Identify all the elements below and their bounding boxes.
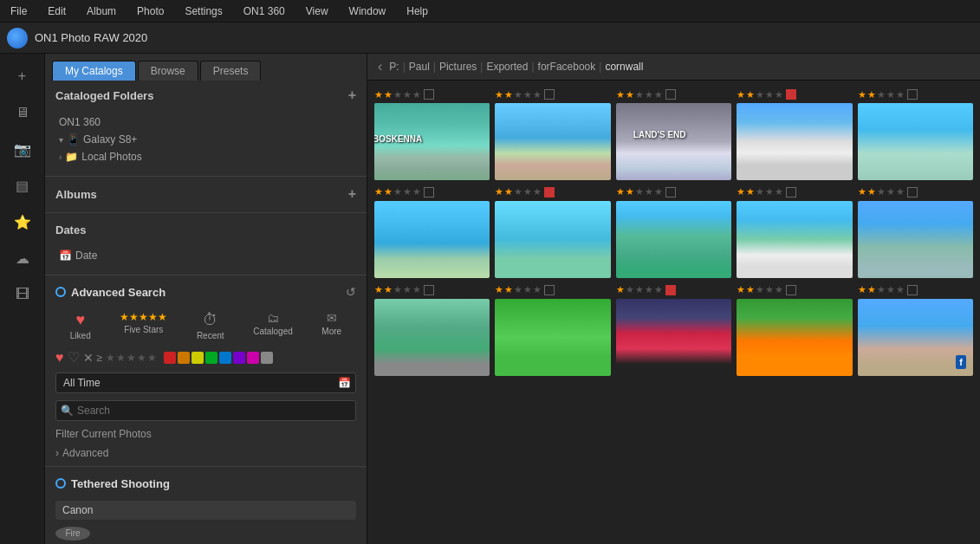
- menu-settings[interactable]: Settings: [181, 3, 225, 19]
- star-2[interactable]: ★: [116, 352, 126, 364]
- star-5[interactable]: ★: [147, 352, 157, 364]
- filter-clear-button[interactable]: ✕: [83, 351, 94, 365]
- s5: ★: [896, 284, 905, 295]
- sidebar-monitor-btn[interactable]: 🖥: [7, 97, 38, 128]
- filter-heart-outline[interactable]: ♡: [68, 349, 80, 366]
- menu-album[interactable]: Album: [83, 3, 120, 19]
- photo-cell-2-2[interactable]: ★ ★ ★ ★ ★: [616, 283, 731, 376]
- sidebar-add-btn[interactable]: +: [7, 61, 38, 92]
- photo-cell-1-1[interactable]: ★ ★ ★ ★ ★: [495, 185, 610, 278]
- tab-presets[interactable]: Presets: [200, 61, 262, 81]
- rating-2-3: ★ ★ ★ ★ ★: [737, 283, 852, 297]
- photo-cell-2-4[interactable]: ★ ★ ★ ★ ★ f: [858, 283, 973, 376]
- photo-cell-0-4[interactable]: ★ ★ ★ ★ ★: [858, 87, 973, 180]
- swatch-blue[interactable]: [219, 352, 231, 364]
- thumb-1-1: [495, 201, 610, 278]
- calendar-icon[interactable]: 📅: [338, 377, 351, 389]
- s3: ★: [756, 89, 764, 100]
- qf-recent[interactable]: ⏱ Recent: [197, 311, 224, 340]
- menu-window[interactable]: Window: [346, 3, 390, 19]
- thumb-2-3: [737, 299, 852, 376]
- sidebar-film-btn[interactable]: 🎞: [7, 279, 38, 310]
- filter-heart-filled[interactable]: ♥: [55, 350, 64, 366]
- on1-360-item[interactable]: ON1 360: [55, 113, 356, 131]
- photo-cell-1-4[interactable]: ★ ★ ★ ★ ★: [858, 185, 973, 278]
- menu-help[interactable]: Help: [403, 3, 432, 19]
- recent-icon: ⏱: [203, 311, 218, 329]
- s1: ★: [737, 284, 745, 295]
- breadcrumb-cornwall[interactable]: cornwall: [605, 61, 643, 73]
- qf-more[interactable]: ✉ More: [321, 311, 341, 340]
- menu-file[interactable]: File: [7, 3, 30, 19]
- swatch-green[interactable]: [205, 352, 217, 364]
- flag-2-0: [424, 285, 434, 295]
- swatch-red[interactable]: [164, 352, 176, 364]
- photo-cell-1-2[interactable]: ★ ★ ★ ★ ★: [616, 185, 731, 278]
- star-3[interactable]: ★: [127, 352, 136, 364]
- star-4[interactable]: ★: [137, 352, 146, 364]
- photo-cell-0-2[interactable]: ★ ★ ★ ★ ★ LAND'S END: [616, 87, 731, 180]
- flag-1-2: [665, 187, 676, 198]
- photo-cell-0-1[interactable]: ★ ★ ★ ★ ★: [495, 87, 610, 180]
- breadcrumb-paul[interactable]: Paul: [409, 61, 430, 73]
- photo-cell-0-0[interactable]: ★ ★ ★ ★ ★ BOSKENNA: [374, 87, 490, 180]
- s2: ★: [746, 89, 755, 100]
- breadcrumb-exported[interactable]: Exported: [486, 61, 528, 73]
- photo-cell-1-3[interactable]: ★ ★ ★ ★ ★: [737, 185, 852, 278]
- local-photos-item[interactable]: › 📁 Local Photos: [55, 148, 356, 165]
- star-1[interactable]: ★: [106, 352, 115, 364]
- s4: ★: [886, 284, 895, 295]
- star-e4: ★: [403, 89, 412, 100]
- menu-edit[interactable]: Edit: [44, 3, 69, 19]
- swatch-orange[interactable]: [178, 352, 190, 364]
- s4: ★: [523, 284, 532, 295]
- thumb-0-0: BOSKENNA: [374, 103, 490, 180]
- dates-header[interactable]: Dates: [45, 217, 367, 243]
- advanced-toggle[interactable]: › Advanced: [45, 444, 367, 463]
- filter-current-button[interactable]: Filter Current Photos: [45, 424, 367, 444]
- swatch-yellow[interactable]: [191, 352, 204, 364]
- menu-view[interactable]: View: [302, 3, 332, 19]
- qf-liked[interactable]: ♥ Liked: [70, 311, 91, 340]
- canon-input[interactable]: [55, 501, 356, 520]
- photo-row-0: ★ ★ ★ ★ ★ BOSKENNA ★ ★: [374, 87, 973, 180]
- galaxy-s8-item[interactable]: ▾ 📱 Galaxy S8+: [55, 131, 356, 148]
- breadcrumb-pictures[interactable]: Pictures: [439, 61, 477, 73]
- photo-cell-0-3[interactable]: ★ ★ ★ ★ ★: [737, 87, 852, 180]
- filter-gte-icon[interactable]: ≥: [97, 352, 103, 364]
- albums-header[interactable]: Albums +: [45, 179, 367, 209]
- time-filter-input[interactable]: [55, 372, 356, 393]
- sidebar-star-btn[interactable]: ⭐: [7, 206, 38, 237]
- advanced-search-refresh-button[interactable]: ↺: [346, 285, 356, 299]
- photo-cell-2-3[interactable]: ★ ★ ★ ★ ★: [737, 283, 852, 376]
- sidebar-cloud-btn[interactable]: ☁: [7, 243, 38, 274]
- sidebar-layers-btn[interactable]: ▤: [7, 170, 38, 201]
- search-input[interactable]: [55, 400, 356, 421]
- liked-icon: ♥: [75, 311, 85, 329]
- breadcrumb-back-button[interactable]: ‹: [378, 59, 382, 74]
- star-f2: ★: [384, 89, 393, 100]
- photo-cell-2-0[interactable]: ★ ★ ★ ★ ★: [374, 283, 490, 376]
- swatch-purple[interactable]: [233, 352, 245, 364]
- menu-on1-360[interactable]: ON1 360: [240, 3, 289, 19]
- photo-cell-2-1[interactable]: ★ ★ ★ ★ ★: [495, 283, 610, 376]
- swatch-gray[interactable]: [261, 352, 273, 364]
- qf-cataloged[interactable]: 🗂 Cataloged: [253, 311, 293, 340]
- add-catalog-button[interactable]: +: [348, 87, 356, 103]
- sidebar-camera-btn[interactable]: 📷: [7, 133, 38, 165]
- add-album-button[interactable]: +: [348, 186, 356, 202]
- flag-0-2: [665, 89, 676, 100]
- qf-five-stars[interactable]: ★★★★★ Five Stars: [120, 311, 167, 340]
- breadcrumb-forfacebook[interactable]: forFacebook: [538, 61, 596, 73]
- date-item[interactable]: 📅 Date: [55, 247, 356, 264]
- breadcrumb-p[interactable]: P:: [389, 61, 399, 73]
- photo-cell-1-0[interactable]: ★ ★ ★ ★ ★: [374, 185, 490, 278]
- flag-2-1: [544, 285, 555, 295]
- tab-browse[interactable]: Browse: [138, 61, 198, 81]
- cataloged-folders-header[interactable]: Cataloged Folders +: [45, 81, 367, 110]
- color-swatches: [164, 352, 273, 364]
- menu-photo[interactable]: Photo: [133, 3, 167, 19]
- swatch-pink[interactable]: [247, 352, 259, 364]
- tab-my-catalogs[interactable]: My Catalogs: [52, 61, 136, 81]
- rating-1-2: ★ ★ ★ ★ ★: [616, 185, 731, 199]
